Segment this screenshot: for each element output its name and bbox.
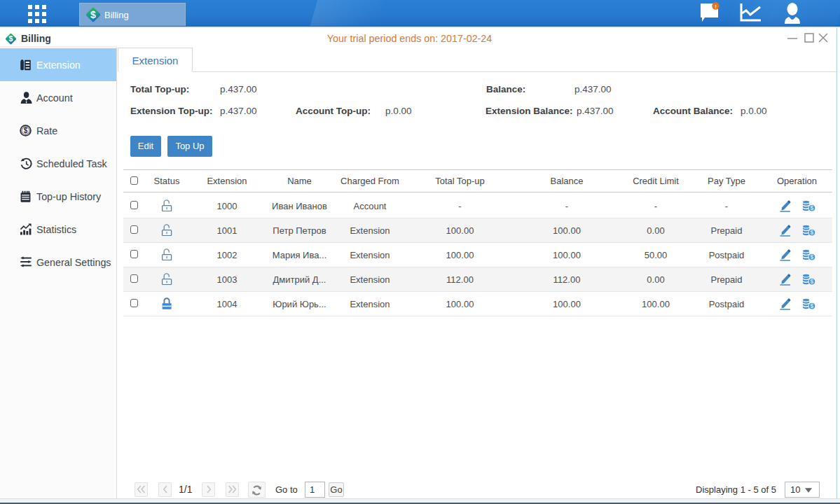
svg-text:$: $ bbox=[24, 127, 28, 134]
svg-text:$: $ bbox=[90, 9, 96, 20]
svg-text:!: ! bbox=[715, 4, 717, 10]
